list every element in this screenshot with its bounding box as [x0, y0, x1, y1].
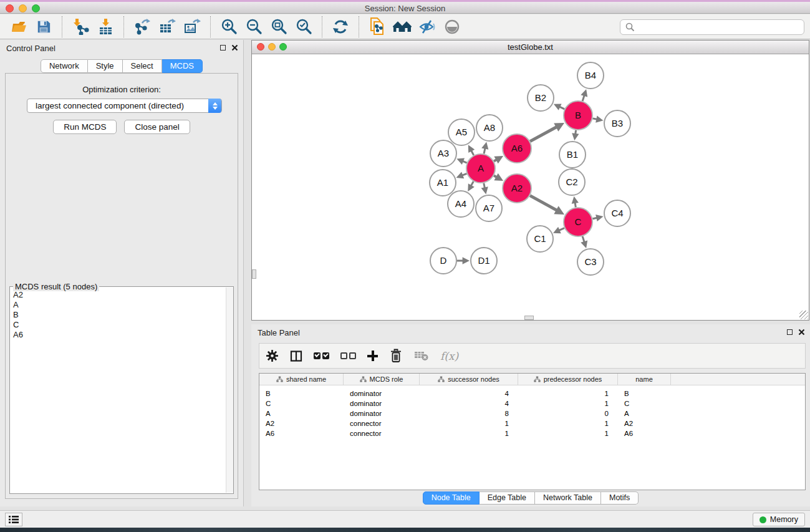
delete-column-button[interactable]: [389, 349, 403, 363]
home-button[interactable]: [393, 17, 412, 36]
edge-B-B2[interactable]: [554, 104, 564, 110]
graph-node-A4[interactable]: A4: [448, 191, 474, 217]
save-session-button[interactable]: [34, 17, 53, 36]
edge-C-C2[interactable]: [572, 196, 579, 208]
tab-select[interactable]: Select: [123, 59, 162, 73]
criterion-select[interactable]: largest connected component (directed): [27, 99, 222, 113]
graph-node-C1[interactable]: C1: [527, 226, 553, 252]
edge-B-B3[interactable]: [593, 115, 604, 122]
table-row[interactable]: Cdominator41C: [259, 399, 805, 409]
export-image-button[interactable]: [183, 17, 201, 36]
hide-graphics-details-button[interactable]: [418, 17, 436, 36]
edge-A6-B[interactable]: [530, 123, 564, 142]
graph-node-B1[interactable]: B1: [559, 142, 586, 168]
mcds-result-scrollbar[interactable]: [226, 288, 233, 493]
graph-node-C3[interactable]: C3: [577, 249, 604, 275]
table-row[interactable]: A6connector11A6: [259, 428, 805, 438]
close-panel-icon[interactable]: [231, 44, 238, 51]
zoom-in-button[interactable]: [219, 17, 238, 36]
import-network-button[interactable]: [71, 17, 90, 36]
zoom-out-button[interactable]: [244, 17, 263, 36]
refresh-button[interactable]: [331, 17, 350, 36]
tab-network[interactable]: Network: [41, 59, 88, 73]
zoom-selected-button[interactable]: [294, 17, 313, 36]
edge-A-A5[interactable]: [468, 145, 475, 155]
column-header-shared-name[interactable]: shared name: [259, 374, 344, 385]
graph-node-A[interactable]: A: [466, 154, 495, 183]
edge-C-C1[interactable]: [553, 227, 564, 233]
graph-node-B3[interactable]: B3: [604, 110, 630, 137]
tab-node-table[interactable]: Node Table: [423, 491, 480, 505]
graph-node-D[interactable]: D: [430, 248, 456, 274]
graph-node-A2[interactable]: A2: [503, 174, 531, 203]
function-builder-button[interactable]: f(x): [440, 350, 458, 362]
copy-network-button[interactable]: [368, 17, 387, 36]
table-row[interactable]: Adominator80A: [259, 409, 805, 418]
graph-node-B4[interactable]: B4: [577, 62, 604, 89]
edge-A-A1[interactable]: [456, 172, 467, 179]
edge-B-B4[interactable]: [581, 89, 587, 101]
close-panel-button[interactable]: Close panel: [124, 120, 190, 134]
delete-table-button[interactable]: [414, 351, 429, 361]
column-header-mcds-role[interactable]: MCDS role: [344, 374, 420, 385]
deselect-all-button[interactable]: [340, 352, 356, 359]
tab-edge-table[interactable]: Edge Table: [480, 491, 535, 505]
open-file-button[interactable]: [9, 17, 28, 36]
tab-style[interactable]: Style: [88, 59, 123, 73]
graph-node-C4[interactable]: C4: [604, 200, 630, 226]
search-field[interactable]: [620, 19, 804, 35]
tab-motifs[interactable]: Motifs: [601, 491, 639, 505]
edge-D-D1[interactable]: [457, 257, 470, 264]
graph-node-C2[interactable]: C2: [559, 169, 585, 195]
memory-button[interactable]: Memory: [753, 513, 805, 526]
edge-B-B1[interactable]: [572, 130, 579, 140]
edge-A-A6[interactable]: [494, 156, 503, 163]
column-header-successor-nodes[interactable]: successor nodes: [420, 374, 518, 385]
graph-node-B2[interactable]: B2: [528, 85, 554, 111]
graph-node-D1[interactable]: D1: [471, 248, 497, 274]
export-network-button[interactable]: [133, 17, 152, 36]
close-panel-icon[interactable]: [798, 329, 805, 336]
node-label: C1: [534, 233, 546, 244]
run-mcds-button[interactable]: Run MCDS: [53, 120, 117, 134]
search-input[interactable]: [638, 21, 804, 34]
edge-A-A4[interactable]: [468, 181, 475, 191]
tab-network-table[interactable]: Network Table: [535, 491, 601, 505]
show-panels-list-button[interactable]: [5, 513, 22, 526]
graph-node-A5[interactable]: A5: [448, 119, 475, 145]
graph-node-A6[interactable]: A6: [503, 134, 531, 163]
graph-node-A7[interactable]: A7: [476, 195, 502, 221]
tab-mcds[interactable]: MCDS: [162, 59, 203, 73]
table-row[interactable]: Bdominator41B: [259, 389, 805, 399]
column-header-predecessor-nodes[interactable]: predecessor nodes: [518, 374, 618, 385]
graph-node-C[interactable]: C: [564, 208, 592, 236]
graph-node-B[interactable]: B: [564, 101, 592, 130]
edge-A-A3[interactable]: [456, 158, 466, 165]
export-table-button[interactable]: [158, 17, 176, 36]
edge-C-C3[interactable]: [581, 236, 587, 248]
graph-node-A1[interactable]: A1: [430, 170, 456, 196]
graph-node-A8[interactable]: A8: [476, 115, 503, 141]
edge-A2-C[interactable]: [530, 196, 564, 215]
table-row[interactable]: A2connector11A2: [259, 418, 805, 428]
table-settings-button[interactable]: [266, 349, 279, 362]
cell-shared-name: A: [259, 409, 344, 418]
select-all-button[interactable]: [314, 352, 329, 359]
birdseye-view-button[interactable]: [443, 17, 461, 36]
edge-A-A8[interactable]: [481, 142, 488, 153]
edge-A-A2[interactable]: [494, 173, 503, 181]
left-split-handle[interactable]: [252, 269, 256, 279]
show-column-button[interactable]: [290, 350, 302, 362]
zoom-fit-button[interactable]: [269, 17, 288, 36]
column-header-name[interactable]: name: [618, 374, 671, 385]
import-table-button[interactable]: [96, 17, 115, 36]
edge-C-C4[interactable]: [592, 215, 603, 221]
bottom-split-handle[interactable]: [524, 316, 534, 320]
float-panel-icon[interactable]: [787, 329, 793, 335]
float-panel-icon[interactable]: [220, 45, 226, 51]
graph-node-A3[interactable]: A3: [430, 140, 456, 167]
edge-A-A7[interactable]: [481, 183, 488, 195]
resize-grip[interactable]: [799, 311, 808, 319]
network-canvas[interactable]: B4B2BB3A8A5A6B1A3AC2A1A2A4A7C4CC1C3DD1: [252, 54, 809, 320]
create-column-button[interactable]: [367, 351, 378, 361]
